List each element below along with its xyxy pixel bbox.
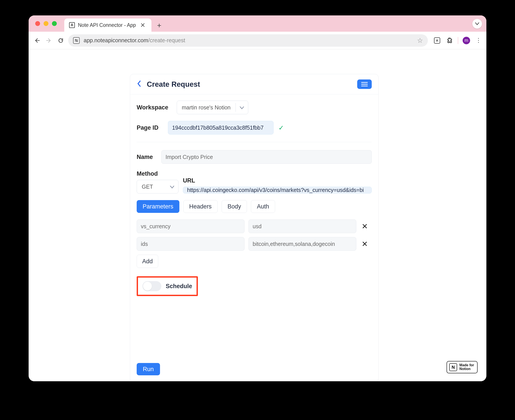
workspace-value: martin rose's Notion — [177, 104, 236, 111]
card-menu-button[interactable] — [357, 79, 372, 89]
toolbar-divider — [458, 37, 458, 44]
tab-title: Note API Connector - App — [78, 22, 136, 28]
svg-point-0 — [75, 39, 76, 40]
made-for-notion-badge[interactable]: N Made forNotion — [447, 361, 478, 373]
tab-parameters[interactable]: Parameters — [137, 200, 179, 213]
card-title: Create Request — [147, 80, 200, 89]
param-value-input[interactable]: usd — [248, 219, 356, 233]
param-key-input[interactable]: vs_currency — [137, 219, 245, 233]
param-key-input[interactable]: ids — [137, 237, 245, 251]
toolbar-right-cluster: A m ⋮ — [431, 37, 482, 45]
app-shortcut-icon[interactable]: A — [433, 37, 441, 45]
tab-auth[interactable]: Auth — [251, 200, 275, 213]
browser-toolbar: app.noteapiconnector.com/create-request … — [29, 32, 486, 49]
url-label: URL — [183, 177, 372, 184]
pageid-row: Page ID 194cccdbf17b805a819cca3c8f51fbb7… — [137, 121, 372, 135]
remove-param-button[interactable]: ✕ — [360, 222, 369, 231]
back-button[interactable] — [33, 36, 41, 45]
close-tab-button[interactable]: ✕ — [139, 22, 147, 29]
url-text: app.noteapiconnector.com/create-request — [84, 37, 413, 44]
reload-button[interactable] — [56, 36, 65, 45]
url-input[interactable]: https://api.coingecko.com/api/v3/coins/m… — [183, 187, 372, 194]
name-input[interactable]: Import Crypto Price — [161, 150, 372, 164]
card-body: Workspace martin rose's Notion Page ID 1… — [130, 94, 378, 381]
method-label: Method — [137, 170, 179, 177]
pageid-label: Page ID — [137, 124, 163, 131]
chevron-down-icon — [475, 22, 479, 25]
minimize-window-button[interactable] — [44, 21, 48, 26]
schedule-highlight: Schedule — [137, 276, 198, 296]
pageid-input[interactable]: 194cccdbf17b805a819cca3c8f51fbb7 — [168, 121, 274, 135]
workspace-select[interactable]: martin rose's Notion — [177, 101, 248, 114]
bookmark-star-icon[interactable]: ☆ — [417, 37, 423, 44]
section-tabs: Parameters Headers Body Auth — [137, 200, 372, 213]
traffic-lights — [33, 21, 64, 32]
new-tab-button[interactable]: + — [154, 20, 165, 31]
workspace-label: Workspace — [137, 104, 172, 111]
browser-window: A Note API Connector - App ✕ + app.notea… — [29, 15, 486, 381]
parameters-list: vs_currency usd ✕ ids bitcoin,ethereum,s… — [137, 219, 372, 268]
schedule-toggle[interactable] — [142, 281, 161, 291]
method-select[interactable]: GET — [137, 180, 179, 194]
run-button[interactable]: Run — [137, 363, 160, 375]
extensions-icon[interactable] — [445, 37, 453, 45]
card-header: Create Request — [130, 74, 378, 94]
profile-avatar[interactable]: m — [463, 37, 470, 44]
schedule-label: Schedule — [166, 283, 192, 290]
tabs-overflow-button[interactable] — [472, 19, 482, 29]
page-content: Create Request Workspace martin rose's N… — [29, 49, 486, 381]
maximize-window-button[interactable] — [52, 21, 57, 26]
site-settings-icon[interactable] — [73, 37, 80, 44]
tab-body[interactable]: Body — [222, 200, 247, 213]
method-value: GET — [137, 184, 158, 190]
address-bar[interactable]: app.noteapiconnector.com/create-request … — [68, 34, 428, 47]
svg-point-1 — [77, 41, 77, 42]
chevron-down-icon — [166, 184, 178, 190]
reload-icon — [58, 38, 64, 43]
check-icon: ✓ — [278, 124, 284, 132]
back-chevron-button[interactable] — [137, 79, 141, 89]
add-param-button[interactable]: Add — [137, 255, 158, 268]
create-request-card: Create Request Workspace martin rose's N… — [130, 74, 379, 381]
remove-param-button[interactable]: ✕ — [360, 240, 369, 248]
forward-button[interactable] — [45, 36, 53, 45]
close-window-button[interactable] — [35, 21, 40, 26]
browser-menu-button[interactable]: ⋮ — [475, 37, 482, 45]
arrow-right-icon — [46, 38, 52, 43]
browser-tabstrip: A Note API Connector - App ✕ + — [29, 15, 486, 32]
tab-headers[interactable]: Headers — [183, 200, 218, 213]
divider — [137, 142, 372, 142]
tab-favicon: A — [69, 22, 75, 28]
param-value-input[interactable]: bitcoin,ethereum,solana,dogecoin — [248, 237, 356, 251]
browser-tab[interactable]: A Note API Connector - App ✕ — [64, 18, 151, 32]
arrow-left-icon — [34, 38, 40, 43]
name-label: Name — [137, 154, 157, 160]
notion-logo-icon: N — [449, 363, 457, 371]
workspace-row: Workspace martin rose's Notion — [137, 101, 372, 114]
badge-text: Made forNotion — [459, 363, 474, 371]
method-url-row: Method GET URL https://api.coingecko.com… — [137, 170, 372, 194]
chevron-down-icon — [236, 104, 248, 111]
param-row: ids bitcoin,ethereum,solana,dogecoin ✕ — [137, 237, 372, 251]
name-row: Name Import Crypto Price — [137, 150, 372, 164]
param-row: vs_currency usd ✕ — [137, 219, 372, 233]
chevron-left-icon — [137, 80, 141, 87]
